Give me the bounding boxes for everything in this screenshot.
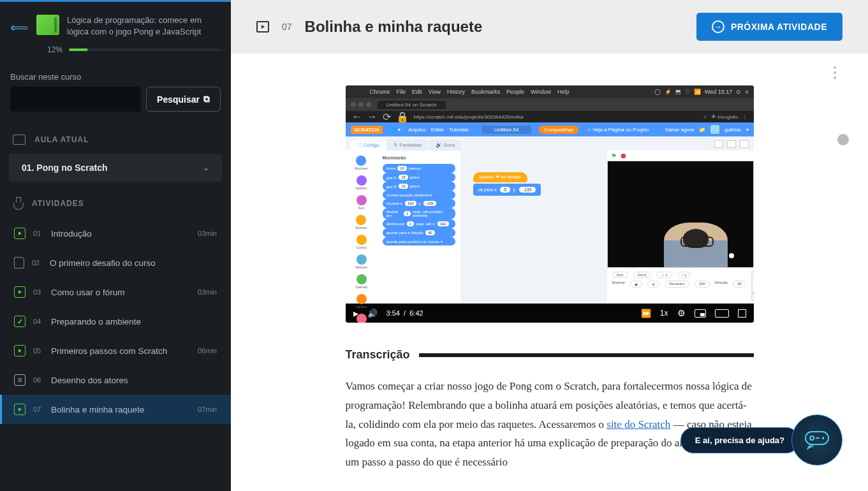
chevron-down-icon: ⌄ bbox=[203, 163, 209, 172]
settings-button[interactable] bbox=[677, 308, 686, 318]
chat-icon bbox=[791, 414, 842, 465]
speed-button[interactable]: 1x bbox=[660, 309, 668, 318]
search-section: Buscar neste curso Pesquisar ⧉ bbox=[0, 64, 231, 122]
back-button[interactable]: ⟸ bbox=[10, 20, 29, 35]
sidebar: ⟸ Lógica de programação: comece em lógic… bbox=[0, 0, 231, 491]
activity-item[interactable]: 07 Bolinha e minha raquete 07min bbox=[0, 395, 231, 424]
browser-tabs: Untitled-54 on Scratch bbox=[346, 98, 754, 111]
video-time: 3:54 / 6:42 bbox=[386, 309, 423, 317]
more-options-button[interactable] bbox=[834, 66, 836, 79]
play-icon bbox=[14, 228, 26, 239]
play-icon bbox=[14, 286, 26, 298]
video-player: ChromeFileEditViewHistoryBookmarksPeople… bbox=[346, 85, 754, 323]
doc-icon bbox=[14, 257, 24, 268]
topbar: 07 Bolinha e minha raquete PRÓXIMA ATIVI… bbox=[231, 0, 868, 54]
theater-button[interactable] bbox=[715, 309, 729, 318]
external-link-icon: ⧉ bbox=[203, 94, 210, 105]
course-title: Lógica de programação: comece em lógica … bbox=[67, 15, 221, 38]
flask-icon bbox=[13, 197, 23, 210]
book-icon bbox=[13, 135, 26, 145]
help-widget[interactable]: E aí, precisa de ajuda? bbox=[680, 414, 842, 465]
arrow-right-icon bbox=[712, 20, 725, 33]
activity-item[interactable]: 05 Primeiros passos com Scratch 06min bbox=[0, 336, 231, 365]
browser-url-bar: ←→⟳ 🔒https://scratch.mit.edu/projects/30… bbox=[346, 111, 754, 122]
page-title: Bolinha e minha raquete bbox=[305, 18, 684, 36]
section-activities: ATIVIDADES bbox=[0, 184, 231, 219]
sidebar-header: ⟸ Lógica de programação: comece em lógic… bbox=[0, 2, 231, 45]
next-activity-button[interactable]: PRÓXIMA ATIVIDADE bbox=[696, 13, 842, 41]
progress-row: 12% bbox=[0, 45, 231, 64]
macos-menubar: ChromeFileEditViewHistoryBookmarksPeople… bbox=[346, 85, 754, 98]
play-icon bbox=[14, 404, 26, 415]
video-controls: 3:54 / 6:42 1x bbox=[346, 304, 754, 323]
search-button[interactable]: Pesquisar ⧉ bbox=[146, 87, 221, 112]
scratch-workspace: MovimenAparêncSomEventosControlSensoreOp… bbox=[346, 150, 754, 304]
svg-point-1 bbox=[810, 436, 814, 440]
scratch-toolbar: SCRATCH 🌐 ▾ ArquivoEditarTutoriais Untit… bbox=[346, 122, 754, 136]
activity-item[interactable]: 04 Preparando o ambiente bbox=[0, 307, 231, 336]
instructor-webcam bbox=[664, 223, 728, 267]
pip-button[interactable] bbox=[695, 309, 706, 318]
activity-number: 07 bbox=[282, 22, 292, 32]
course-icon bbox=[36, 15, 59, 35]
progress-percent: 12% bbox=[47, 45, 63, 54]
volume-button[interactable] bbox=[367, 309, 378, 318]
section-current-lesson: AULA ATUAL bbox=[0, 122, 231, 154]
list-icon bbox=[14, 374, 26, 386]
search-input[interactable] bbox=[10, 87, 141, 112]
check-icon bbox=[14, 316, 26, 327]
fast-forward-button[interactable] bbox=[641, 309, 651, 318]
play-button[interactable] bbox=[353, 307, 358, 319]
activity-item[interactable]: 06 Desenho dos atores bbox=[0, 365, 231, 395]
transcript-title: Transcrição bbox=[346, 348, 410, 362]
scratch-link[interactable]: site do Scratch bbox=[607, 418, 670, 430]
scratch-tabs: ⬚ Código ✎ Fantasias 🔊 Sons bbox=[346, 136, 754, 150]
search-label: Buscar neste curso bbox=[10, 72, 221, 82]
activity-item[interactable]: 03 Como usar o fórum 03min bbox=[0, 277, 231, 307]
video-icon bbox=[256, 21, 269, 33]
lesson-dropdown[interactable]: 01. Pong no Scratch ⌄ bbox=[9, 154, 222, 182]
activity-item[interactable]: 01 Introdução 03min bbox=[0, 219, 231, 248]
progress-bar bbox=[69, 48, 221, 51]
fullscreen-button[interactable] bbox=[738, 309, 746, 318]
scroll-indicator[interactable] bbox=[837, 134, 849, 145]
activity-item[interactable]: 02 O primeiro desafio do curso bbox=[0, 248, 231, 277]
play-icon bbox=[14, 345, 26, 356]
